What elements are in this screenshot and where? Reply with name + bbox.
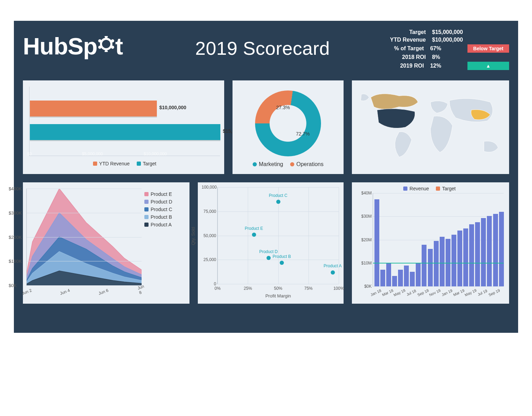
target-line (373, 263, 504, 263)
scorecard-dashboard: HubSpt 2019 Scorecard Target $15,000,000… (14, 21, 518, 333)
kpi-label: 2019 ROI (377, 63, 427, 69)
revenue-bar (422, 245, 427, 286)
map-asia (449, 98, 493, 122)
brand-logo: HubSpt (23, 28, 148, 60)
x-tick: $5,000,000 (82, 151, 103, 156)
revenue-bar (380, 270, 385, 286)
map-australia (484, 141, 498, 152)
sprocket-icon (98, 36, 115, 52)
scatter-point (252, 233, 256, 237)
x-tick: 100% (333, 286, 344, 291)
chart-revenue-vs-target: $10,000,000 $15,000,000 $0$5,000,000$10,… (23, 80, 224, 174)
x-tick: Jun 4 (59, 288, 70, 296)
legend-item: YTD Revenue (93, 161, 130, 166)
kpi-label: 2018 ROI (377, 54, 429, 60)
y-tick: $30M (356, 214, 372, 219)
revenue-bar (428, 249, 433, 286)
x-tick: May 19 (464, 288, 477, 297)
x-tick: $0 (27, 151, 32, 156)
legend-item: Product D (144, 199, 183, 205)
x-tick: Jun 2 (21, 288, 32, 296)
revenue-bar (374, 199, 379, 286)
kpi-value: 67% (427, 45, 467, 52)
revenue-bar (493, 214, 498, 286)
revenue-bar (469, 224, 474, 286)
revenue-bar (457, 231, 462, 286)
kpi-label: YTD Revenue (377, 37, 429, 43)
scatter-point (331, 270, 335, 275)
y-tick: $100K (9, 259, 22, 264)
legend-item: Product C (144, 207, 183, 212)
kpi-badge: ▲ (467, 62, 509, 70)
donut-ring (255, 90, 321, 156)
revenue-bar (475, 222, 480, 286)
revenue-bar (440, 237, 445, 286)
legend-item: Revenue (403, 186, 429, 191)
revenue-bar (481, 218, 486, 286)
map-south-america (395, 132, 412, 157)
x-tick: Jun 6 (98, 288, 109, 296)
x-tick: 25% (244, 286, 252, 291)
revenue-bar (499, 212, 504, 286)
legend-item: Target (436, 186, 456, 191)
x-tick: Jan 19 (441, 288, 453, 297)
scatter-label: Product A (324, 263, 342, 268)
revenue-bar (392, 276, 397, 286)
y-tick: 75,000 (202, 209, 216, 214)
y-tick: $0K (356, 284, 372, 289)
kpi-row: % of Target 67% Below Target (377, 44, 509, 53)
legend-item: Product E (144, 191, 183, 197)
chart-revenue-timeline: RevenueTarget $0K$10M$20M$30M$40MJan 18M… (352, 182, 509, 304)
x-tick: $10,000,000 (144, 151, 167, 156)
kpi-value: $10,000,000 (429, 37, 471, 43)
kpi-value: 8% (429, 54, 471, 60)
x-tick: Mar 18 (381, 288, 394, 297)
legend-item: Operations (290, 161, 323, 167)
y-tick: $0K (9, 283, 17, 288)
x-tick: Nov 18 (429, 288, 441, 297)
kpi-row: YTD Revenue $10,000,000 (377, 36, 509, 44)
revenue-bar (434, 241, 439, 287)
y-tick: $40M (356, 191, 372, 196)
y-tick: $10M (356, 261, 372, 266)
x-tick: Jul 18 (406, 288, 417, 296)
bar-label-revenue: $10,000,000 (159, 105, 186, 110)
scatter-xlabel: Profit Margin (265, 293, 291, 298)
scatter-label: Product C (269, 193, 287, 198)
scatter-label: Product E (245, 226, 263, 231)
kpi-row: 2019 ROI 12% ▲ (377, 61, 509, 71)
revenue-bar (463, 228, 468, 286)
x-tick: 75% (304, 286, 313, 291)
x-tick: Mar 19 (453, 288, 465, 297)
x-tick: 50% (274, 286, 282, 291)
scatter-point (267, 256, 271, 260)
y-tick: 25,000 (202, 257, 216, 262)
y-tick: 0 (202, 281, 216, 286)
revenue-bar (446, 239, 450, 286)
kpi-label: % of Target (377, 45, 427, 52)
revenue-bar (404, 266, 409, 286)
map-alaska (361, 94, 369, 101)
kpi-label: Target (377, 29, 429, 35)
kpi-row: Target $15,000,000 (377, 28, 509, 36)
legend-item: Product A (144, 222, 183, 227)
revenue-bar (416, 263, 421, 286)
x-tick: Jan 18 (370, 288, 382, 297)
chart-margin-vs-qty: Qty. Sold Profit Margin 025,00050,00075,… (198, 182, 344, 304)
y-tick: $20M (356, 237, 372, 242)
kpi-value: 12% (427, 63, 467, 69)
page-title: 2019 Scorecard (148, 28, 377, 59)
revenue-bar (487, 216, 492, 286)
donut-label-marketing: 72.7% (296, 131, 310, 137)
kpi-badge: Below Target (467, 44, 509, 53)
scatter-ylabel: Qty. Sold (191, 227, 196, 245)
map-usa (377, 109, 415, 128)
legend-item: Target (137, 161, 157, 166)
legend-item: Marketing (253, 161, 283, 167)
legend-item: Product B (144, 214, 183, 220)
y-tick: 50,000 (202, 233, 216, 238)
kpi-row: 2018 ROI 8% (377, 53, 509, 61)
x-tick: 0% (214, 286, 220, 291)
y-tick: $400K (9, 186, 22, 191)
map-africa (431, 116, 453, 153)
